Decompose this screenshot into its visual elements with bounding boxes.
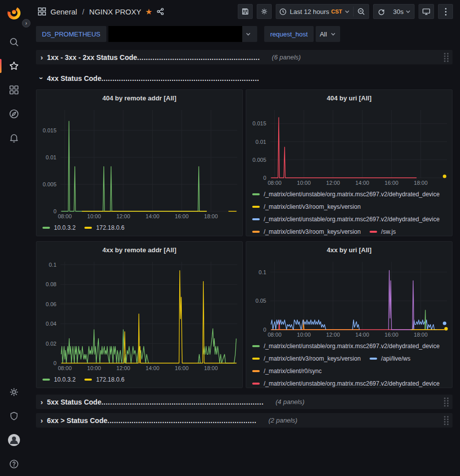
sidebar-item-starred[interactable] (0, 54, 27, 78)
svg-text:0.015: 0.015 (252, 120, 266, 126)
svg-text:08:00: 08:00 (58, 213, 72, 219)
variable-label[interactable]: request_host (264, 26, 314, 42)
panel-4xx-by-remote-addr: 4xx by remote addr [All] 08:0010:0012:00… (36, 241, 243, 388)
panel-legend: /_matrix/client/unstable/org.matrix.msc2… (246, 339, 452, 388)
clock-icon (279, 8, 287, 15)
grafana-logo[interactable] (4, 3, 24, 23)
sidebar-item-configuration[interactable] (0, 380, 27, 404)
panel-title[interactable]: 4xx by remote addr [All] (36, 242, 242, 259)
row-4xx[interactable]: › 4xx Status Code ......................… (36, 71, 453, 85)
row-title: 4xx Status Code (47, 74, 101, 82)
sidebar-item-dashboards[interactable] (0, 78, 27, 102)
panel-plot[interactable]: 08:0010:0012:0014:0016:0018:0000.0050.01… (36, 107, 242, 220)
legend-label: /_matrix/client/unstable/org.matrix.msc2… (264, 343, 440, 350)
breadcrumb-section[interactable]: General (50, 7, 77, 16)
svg-text:16:00: 16:00 (385, 180, 399, 186)
sidebar-expand-button[interactable]: › (22, 19, 30, 27)
legend-item[interactable]: /_matrix/client/v3/room_keys/version (252, 353, 361, 364)
row-collapse-chevron: › (40, 416, 43, 425)
row-title: 6xx > Status Code (47, 417, 107, 425)
save-dashboard-button[interactable] (238, 4, 253, 19)
svg-text:10:00: 10:00 (87, 365, 101, 371)
variable-value-dropdown[interactable]: All (316, 26, 340, 42)
row-drag-handle[interactable] (444, 398, 449, 407)
svg-text:0.05: 0.05 (256, 298, 266, 304)
sidebar-item-search[interactable] (0, 30, 27, 54)
panel-404-by-remote-addr: 404 by remote addr [All] 08:0010:0012:00… (36, 89, 243, 236)
refresh-button[interactable] (374, 4, 389, 18)
legend-item[interactable]: /_matrix/client/unstable/org.matrix.msc2… (252, 341, 440, 351)
legend-item[interactable]: 172.18.0.6 (84, 374, 124, 385)
svg-text:10:00: 10:00 (297, 180, 311, 186)
legend-swatch (370, 358, 377, 360)
zoom-out-time-button[interactable] (354, 4, 369, 18)
legend-item[interactable]: /_matrix/client/r0/sync (252, 366, 322, 376)
row-title: 1xx - 3xx - 2xx Status Code (47, 53, 137, 61)
sidebar-item-profile[interactable] (0, 428, 27, 452)
legend-label: 10.0.3.2 (54, 224, 75, 231)
panel-title[interactable]: 4xx by uri [All] (246, 242, 452, 259)
legend-item[interactable]: /_matrix/client/unstable/org.matrix.msc2… (252, 189, 440, 199)
sidebar-item-explore[interactable] (0, 102, 27, 126)
legend-swatch (252, 345, 260, 347)
svg-text:0.04: 0.04 (46, 321, 56, 327)
legend-label: /_matrix/client/unstable/org.matrix.msc2… (264, 191, 440, 198)
refresh-interval-label: 30s (393, 8, 404, 15)
more-options-button[interactable] (438, 4, 453, 19)
dashboard-header: General / NGINX PROXY ★ (27, 0, 460, 23)
row-drag-handle[interactable] (444, 53, 449, 62)
svg-text:18:00: 18:00 (204, 213, 218, 219)
row-title-dots: ........................................… (107, 417, 257, 425)
chevron-down-icon (405, 8, 411, 14)
search-icon (8, 36, 19, 47)
legend-item[interactable]: /_matrix/client/v3/room_keys/version (252, 201, 361, 212)
zoom-out-icon (357, 7, 365, 15)
panel-title[interactable]: 404 by remote addr [All] (36, 90, 242, 107)
legend-swatch (84, 379, 92, 381)
row-expand-chevron: › (37, 77, 46, 79)
legend-item[interactable]: /api/live/ws (370, 353, 411, 364)
variable-request-host: request_host All (264, 26, 340, 42)
panel-plot[interactable]: 08:0010:0012:0014:0016:0018:0000.020.040… (36, 259, 242, 372)
legend-item[interactable]: 172.18.0.6 (84, 222, 124, 233)
variable-label[interactable]: DS_PROMETHEUS (36, 26, 106, 42)
row-5xx[interactable]: › 5xx Status Code ......................… (36, 395, 453, 409)
legend-item[interactable]: /_matrix/client/unstable/org.matrix.msc2… (252, 214, 440, 224)
time-range-picker[interactable]: Last 12 hours CST (276, 4, 353, 18)
refresh-interval-picker[interactable]: 30s (389, 4, 414, 18)
legend-item[interactable]: /sw.js (370, 226, 396, 236)
legend-label: /_matrix/client/v3/room_keys/version (264, 203, 361, 210)
sidebar-item-alerting[interactable] (0, 126, 27, 150)
share-icon[interactable] (156, 7, 164, 15)
timeseries-chart: 08:0010:0012:0014:0016:0018:0000.0050.01… (36, 107, 242, 220)
row-6xx[interactable]: › 6xx > Status Code ....................… (36, 413, 453, 428)
svg-text:0.1: 0.1 (259, 269, 266, 275)
legend-item[interactable]: 10.0.3.2 (42, 374, 75, 385)
timezone-label: CST (331, 8, 342, 14)
svg-text:10:00: 10:00 (87, 213, 101, 219)
row-title: 5xx Status Code (47, 398, 101, 406)
panel-title[interactable]: 404 by uri [All] (246, 90, 452, 107)
panel-plot[interactable]: 08:0010:0012:0014:0016:0018:0000.050.1 (246, 259, 452, 339)
favorite-star-icon[interactable]: ★ (145, 7, 152, 16)
shield-icon (9, 411, 19, 422)
row-panel-count: (6 panels) (272, 53, 301, 61)
svg-text:0: 0 (263, 327, 266, 333)
row-1xx-3xx-2xx[interactable]: › 1xx - 3xx - 2xx Status Code ..........… (36, 50, 453, 64)
panel-plot[interactable]: 08:0010:0012:0014:0016:0018:0000.0050.01… (246, 107, 452, 187)
svg-text:0.015: 0.015 (42, 127, 56, 133)
cycle-view-mode-button[interactable] (419, 4, 434, 19)
legend-item[interactable]: 10.0.3.2 (42, 222, 75, 233)
sidebar (0, 0, 27, 476)
legend-item[interactable]: /_matrix/client/unstable/org.matrix.msc2… (252, 378, 440, 388)
legend-item[interactable]: /_matrix/client/v3/room_keys/version (252, 226, 361, 236)
breadcrumb-separator: / (82, 7, 84, 16)
variable-value-dropdown[interactable] (108, 26, 257, 42)
bell-icon (8, 132, 19, 143)
time-range-label: Last 12 hours (290, 8, 329, 15)
svg-text:0.01: 0.01 (46, 154, 56, 160)
row-drag-handle[interactable] (444, 416, 449, 425)
sidebar-item-server-admin[interactable] (0, 404, 27, 428)
sidebar-item-help[interactable] (0, 452, 27, 476)
dashboard-settings-button[interactable] (257, 4, 272, 19)
